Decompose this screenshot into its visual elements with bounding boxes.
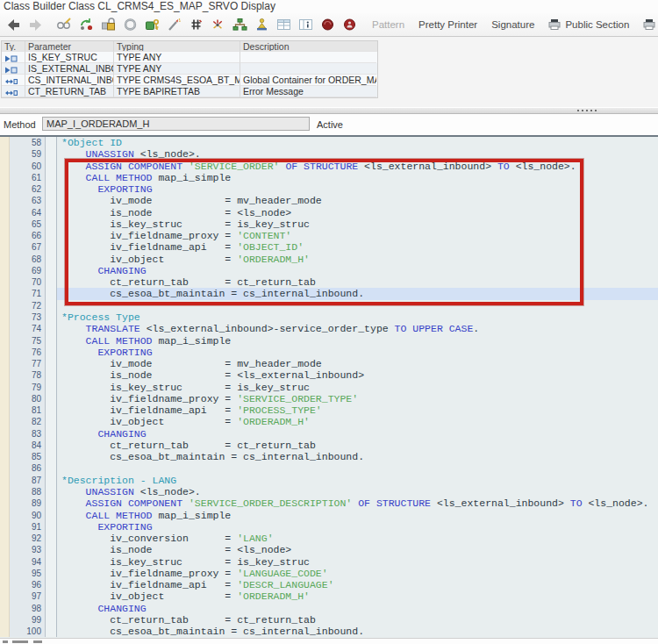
session-icon[interactable] bbox=[341, 17, 357, 32]
code-line[interactable]: 76 EXPORTING bbox=[0, 347, 658, 358]
code-line[interactable]: 88 UNASSIGN <ls_node>. bbox=[0, 486, 658, 497]
code-line[interactable]: 72 bbox=[0, 300, 658, 311]
status-bar-clipped bbox=[0, 638, 658, 644]
code-line[interactable]: 64 is_node = <ls_node> bbox=[0, 207, 658, 218]
gutter-gap bbox=[46, 603, 57, 614]
where-used-icon[interactable] bbox=[210, 17, 225, 32]
line-number: 79 bbox=[10, 382, 46, 393]
code-line[interactable]: 80 iv_fieldname_proxy = 'SERVICE_ORDER_T… bbox=[0, 393, 658, 404]
signature-button[interactable]: Signature bbox=[491, 19, 534, 30]
code-line[interactable]: 99 ct_return_tab = ct_return_tab bbox=[0, 614, 658, 626]
code-line[interactable]: 69 CHANGING bbox=[0, 265, 658, 276]
left-margin bbox=[0, 382, 10, 393]
code-line[interactable]: 58*Object ID bbox=[0, 137, 658, 148]
code-line[interactable]: 68 iv_object = 'ORDERADM_H' bbox=[0, 254, 658, 265]
code-line[interactable]: 74 TRANSLATE <ls_external_inbound>-servi… bbox=[0, 323, 658, 334]
code-line[interactable]: 75 CALL METHOD map_i_simple bbox=[0, 335, 658, 347]
gutter-gap bbox=[46, 404, 57, 416]
code-text: iv_mode = mv_header_mode bbox=[57, 358, 658, 369]
left-margin bbox=[0, 590, 10, 602]
gutter-gap bbox=[46, 265, 57, 276]
code-line[interactable]: 98 CHANGING bbox=[0, 603, 658, 614]
code-text: iv_fieldname_proxy = 'SERVICE_ORDER_TYPE… bbox=[57, 393, 658, 404]
code-line[interactable]: 91 EXPORTING bbox=[0, 521, 658, 533]
code-line[interactable]: 93 is_node = <ls_node> bbox=[0, 544, 658, 555]
table-row[interactable]: IS_EXTERNAL_INBOUNDTYPE ANY bbox=[2, 63, 377, 75]
column-header-typing[interactable]: Typing bbox=[114, 41, 240, 52]
code-line[interactable]: 61 CALL METHOD map_i_simple bbox=[0, 172, 658, 183]
refresh-icon[interactable] bbox=[78, 17, 94, 32]
authorization-icon[interactable] bbox=[144, 17, 160, 32]
code-line[interactable]: 82 iv_object = 'ORDERADM_H' bbox=[0, 416, 658, 427]
line-number: 90 bbox=[10, 510, 46, 521]
forward-icon[interactable] bbox=[27, 17, 43, 32]
line-number: 78 bbox=[10, 369, 46, 381]
gutter-gap bbox=[46, 254, 57, 265]
code-line[interactable]: 59 UNASSIGN <ls_node>. bbox=[0, 148, 658, 160]
table-view-icon[interactable] bbox=[275, 17, 291, 32]
code-line[interactable]: 71 cs_esoa_bt_maintain = cs_internal_inb… bbox=[0, 288, 658, 299]
info-frame-icon[interactable] bbox=[297, 17, 313, 32]
structure-icon[interactable] bbox=[254, 17, 269, 32]
code-line[interactable]: 92 iv_conversion = 'LANG' bbox=[0, 533, 658, 544]
line-number: 68 bbox=[10, 254, 46, 265]
public-section-button[interactable]: Public Section bbox=[548, 18, 629, 31]
code-text: CALL METHOD map_i_simple bbox=[57, 172, 658, 183]
pretty-printer-button[interactable]: Pretty Printer bbox=[418, 19, 477, 30]
line-number: 71 bbox=[10, 288, 46, 299]
column-header-parameter[interactable]: Parameter bbox=[25, 41, 114, 52]
gutter-gap bbox=[46, 556, 57, 568]
code-line[interactable]: 97 iv_object = 'ORDERADM_H' bbox=[0, 590, 658, 602]
code-editor[interactable]: 58*Object ID59 UNASSIGN <ls_node>.60 ASS… bbox=[0, 137, 658, 638]
hierarchy-icon[interactable] bbox=[232, 17, 247, 32]
code-line[interactable]: 73*Process Type bbox=[0, 311, 658, 323]
table-row[interactable]: CT_RETURN_TABTYPE BAPIRETTABError Messag… bbox=[2, 86, 377, 97]
gutter-gap bbox=[46, 382, 57, 393]
code-text: iv_fieldname_proxy = 'CONTENT' bbox=[57, 230, 658, 241]
back-icon[interactable] bbox=[5, 17, 21, 32]
code-line[interactable]: 85 cs_esoa_bt_maintain = cs_internal_inb… bbox=[0, 451, 658, 462]
code-line[interactable]: 95 iv_fieldname_proxy = 'LANGUAGE_CODE' bbox=[0, 568, 658, 579]
code-line[interactable]: 96 iv_fieldname_api = 'DESCR_LANGUAGE' bbox=[0, 579, 658, 590]
method-name-input[interactable] bbox=[42, 117, 310, 131]
code-line[interactable]: 65 is_key_struc = is_key_struc bbox=[0, 218, 658, 230]
code-line[interactable]: 100 cs_esoa_bt_maintain = cs_internal_in… bbox=[0, 626, 658, 637]
splitter-grip-icon[interactable] bbox=[577, 110, 597, 111]
code-line[interactable]: 67 iv_fieldname_api = 'OBJECT_ID' bbox=[0, 241, 658, 253]
code-line[interactable]: 70 ct_return_tab = ct_return_tab bbox=[0, 276, 658, 288]
code-line[interactable]: 78 is_node = <ls_external_inbound> bbox=[0, 369, 658, 381]
code-text: EXPORTING bbox=[57, 183, 658, 195]
gutter-gap bbox=[46, 544, 57, 555]
code-line[interactable]: 77 iv_mode = mv_header_mode bbox=[0, 358, 658, 369]
code-line[interactable]: 63 iv_mode = mv_header_mode bbox=[0, 195, 658, 206]
code-line[interactable]: 60 ASSIGN COMPONENT 'SERVICE_ORDER' OF S… bbox=[0, 161, 658, 172]
table-row[interactable]: CS_INTERNAL_INBOUNDTYPE CRMS4S_ESOA_BT_M… bbox=[2, 75, 377, 86]
breakpoint-icon[interactable] bbox=[319, 17, 335, 32]
table-row[interactable]: IS_KEY_STRUCTYPE ANY bbox=[2, 52, 377, 63]
parameter-typing: TYPE ANY bbox=[114, 52, 240, 63]
code-line[interactable]: 84 ct_return_tab = ct_return_tab bbox=[0, 440, 658, 451]
code-line[interactable]: 89 ASSIGN COMPONENT 'SERVICE_ORDER_DESCR… bbox=[0, 497, 658, 509]
code-line[interactable]: 83 CHANGING bbox=[0, 428, 658, 440]
code-text: is_node = <ls_external_inbound> bbox=[57, 369, 658, 381]
code-line[interactable]: 94 is_key_struc = is_key_struc bbox=[0, 556, 658, 568]
code-line[interactable]: 81 iv_fieldname_api = 'PROCESS_TYPE' bbox=[0, 404, 658, 416]
code-line[interactable]: 87*Description - LANG bbox=[0, 475, 658, 486]
splitter-bar[interactable] bbox=[0, 107, 658, 114]
left-margin bbox=[0, 533, 10, 544]
column-header-type[interactable]: Ty. bbox=[2, 41, 25, 52]
code-line[interactable]: 90 CALL METHOD map_i_simple bbox=[0, 510, 658, 521]
lock-icon[interactable] bbox=[100, 17, 116, 32]
column-header-description[interactable]: Description bbox=[240, 41, 376, 52]
left-margin bbox=[0, 347, 10, 358]
code-line[interactable]: 79 is_key_struc = is_key_struc bbox=[0, 382, 658, 393]
code-line[interactable]: 86 bbox=[0, 462, 658, 474]
ring-icon[interactable] bbox=[122, 17, 138, 32]
display-change-icon[interactable] bbox=[56, 17, 72, 32]
code-line[interactable]: 62 EXPORTING bbox=[0, 183, 658, 195]
protected-section-button[interactable]: Protected bbox=[643, 18, 658, 31]
activate-icon[interactable] bbox=[166, 17, 182, 32]
line-number: 83 bbox=[10, 428, 46, 440]
syntax-check-icon[interactable] bbox=[188, 17, 204, 32]
code-line[interactable]: 66 iv_fieldname_proxy = 'CONTENT' bbox=[0, 230, 658, 241]
